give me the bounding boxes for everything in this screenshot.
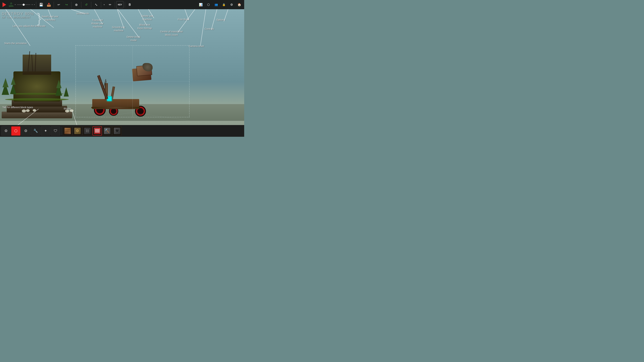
label-delete-war-machine: Delete warmachine	[141, 14, 153, 21]
block-type-4-selected[interactable]	[92, 126, 102, 136]
redo-icon: ↪	[65, 3, 68, 6]
paint-icon: ✏	[109, 3, 111, 6]
tick-2: ▾	[32, 4, 32, 5]
key-icon: KEY	[118, 3, 122, 6]
label-centre-of-mass: Centre of mass/totalblock count	[160, 30, 183, 36]
gear-block-icon: ⚙	[74, 128, 81, 134]
paint-button[interactable]: ✏	[106, 1, 114, 8]
multiplayer-button[interactable]: 👥	[213, 1, 220, 8]
svg-line-11	[178, 9, 196, 32]
label-controls: Controls	[204, 27, 214, 30]
bottom-toolbar: ⚙ ⬡ ⚙ 🔧 ✦ 🛡 ⚙ ⛓ 🔨	[0, 125, 244, 137]
translate-icon: ⊕	[75, 3, 78, 7]
label-options: Options	[216, 18, 225, 21]
block-type-6[interactable]: ⚒	[112, 126, 122, 136]
move-tool-button[interactable]: ⤡	[92, 1, 100, 8]
tick-1: ▾	[15, 4, 16, 5]
settings-small-icon: ⚙	[4, 129, 8, 133]
home-icon: 🏠	[238, 3, 241, 6]
block-mode-button[interactable]: ⬡	[11, 126, 20, 136]
svg-line-7	[118, 9, 139, 38]
block-type-1[interactable]	[63, 126, 72, 136]
block-type-5[interactable]: 🔨	[102, 126, 112, 136]
brace-decoration: }	[37, 11, 42, 25]
save-icon: 💾	[39, 3, 43, 7]
key-remap-button[interactable]: KEY	[116, 1, 124, 8]
divider-6	[101, 2, 101, 8]
block-type-3[interactable]: ⛓	[83, 126, 92, 136]
plank-block-icon	[94, 128, 100, 134]
divider-3	[71, 2, 72, 8]
save-load-button[interactable]: 💾	[38, 1, 44, 8]
label-ground-war-machine: Ground warmachine	[112, 25, 125, 32]
camera-icon: 🔒	[222, 3, 226, 6]
delete-button[interactable]: 🗑	[126, 1, 133, 8]
chart-icon: 📊	[199, 3, 202, 6]
trash-icon: 🗑	[128, 3, 131, 6]
download-button[interactable]: 📥	[45, 1, 52, 8]
options-button[interactable]: ⚙	[228, 1, 235, 8]
svg-line-12	[211, 9, 217, 30]
undo-icon: ↩	[58, 3, 60, 6]
chain-block-icon: ⛓	[84, 128, 90, 134]
free-build-button[interactable]: ⬡	[205, 1, 212, 8]
svg-line-8	[148, 9, 154, 18]
svg-line-6	[117, 9, 124, 29]
play-icon	[2, 2, 6, 7]
anvil-block-icon: ⚒	[114, 128, 120, 134]
label-save-load: Save/Load warmachines	[42, 15, 58, 21]
game-viewport: DESTROY 80% OF THE MONUMENT }	[0, 0, 244, 137]
home-button[interactable]: 🏠	[236, 1, 243, 8]
slider-thumb[interactable]	[23, 4, 25, 6]
reset-icon: ↺	[85, 3, 88, 6]
timescale-icon: ⏱	[10, 2, 12, 5]
gear-icon: ⚙	[230, 3, 233, 6]
download-icon: 📥	[47, 3, 51, 7]
shield-mode-button[interactable]: 🛡	[51, 126, 60, 136]
divider-8	[125, 2, 125, 8]
sheep-2	[26, 109, 30, 112]
config-mode-button[interactable]: ⚙	[21, 126, 30, 136]
figure-mode-button[interactable]: ✦	[41, 126, 50, 136]
label-translate-rotate: Translate/Rotate warmachine	[92, 18, 104, 28]
shield-icon: 🛡	[54, 129, 57, 133]
wood-block-icon	[64, 128, 71, 134]
redo-button[interactable]: ↪	[63, 1, 70, 8]
svg-line-13	[224, 9, 228, 21]
timescale-slider[interactable]: ▾ ▾ ▾	[15, 4, 35, 5]
translate-button[interactable]: ⊕	[73, 1, 80, 8]
slider-track[interactable]	[17, 4, 30, 5]
cube-icon: ⬡	[207, 3, 210, 6]
wrench-icon: 🔧	[33, 129, 38, 133]
label-undo-redo: Undo/Redo	[76, 12, 89, 15]
timescale-control: ⏱ 100%	[9, 2, 14, 7]
monument-text: OF THE MONUMENT	[2, 16, 30, 19]
top-toolbar: ⏱ 100% ▾ ▾ ▾ 💾 📥 ↩ ↪ ⊕ ↺ ⤡ ▾	[0, 0, 244, 9]
ground-grid	[67, 91, 198, 121]
figure-icon: ✦	[44, 129, 47, 133]
move-icon: ⤡	[95, 3, 98, 7]
play-button[interactable]	[1, 2, 8, 8]
wrench-mode-button[interactable]: 🔧	[31, 126, 40, 136]
stats-button[interactable]: 📊	[197, 1, 204, 8]
svg-line-4	[70, 9, 85, 14]
svg-rect-0	[67, 91, 198, 121]
svg-line-3	[48, 9, 52, 19]
camera-reset-button[interactable]: 🔒	[220, 1, 228, 8]
undo-button[interactable]: ↩	[55, 1, 62, 8]
svg-line-14	[200, 9, 206, 45]
reset-button[interactable]: ↺	[83, 1, 90, 8]
label-free-build: Free Build	[178, 17, 189, 21]
svg-line-5	[94, 9, 102, 24]
tick-3: ▾	[34, 4, 35, 5]
label-starts-simulation: Starts the simulation	[4, 41, 27, 45]
svg-line-10	[185, 9, 189, 20]
block-type-2[interactable]: ⚙	[73, 126, 82, 136]
settings-mode-button[interactable]: ⚙	[1, 126, 10, 136]
block-mode-icon: ⬡	[14, 129, 18, 133]
label-delete-block-mode: Delete blockmode	[126, 35, 140, 42]
dropdown-1[interactable]: ▾	[102, 1, 106, 8]
sheep-3	[33, 109, 36, 112]
sheep-1	[22, 109, 26, 112]
config-icon: ⚙	[24, 129, 28, 133]
